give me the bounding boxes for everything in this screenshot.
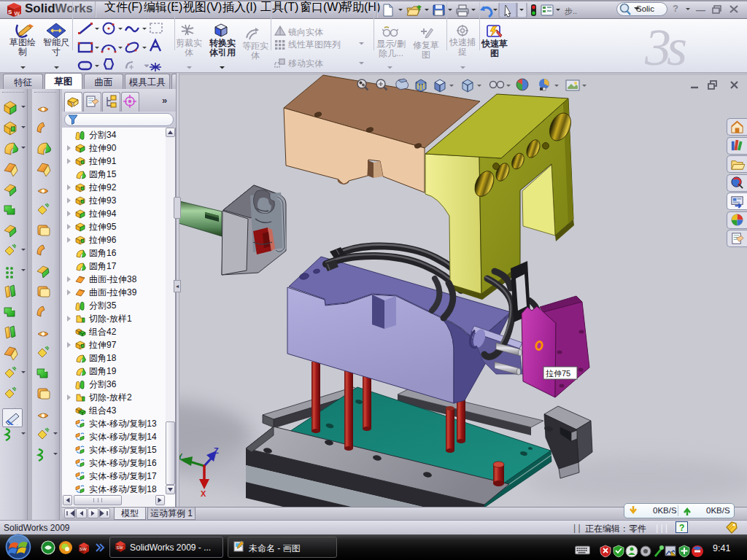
svg-text:!: ! bbox=[673, 552, 673, 556]
svg-text:拉伸75: 拉伸75 bbox=[546, 369, 570, 378]
svg-text:X: X bbox=[201, 489, 206, 498]
svg-text:步..: 步.. bbox=[565, 7, 577, 15]
svg-text:S: S bbox=[8, 9, 12, 15]
svg-text:W: W bbox=[15, 10, 20, 17]
svg-text:Z: Z bbox=[214, 446, 219, 455]
svg-text:SW: SW bbox=[80, 547, 87, 551]
svg-text:SW: SW bbox=[117, 545, 124, 550]
